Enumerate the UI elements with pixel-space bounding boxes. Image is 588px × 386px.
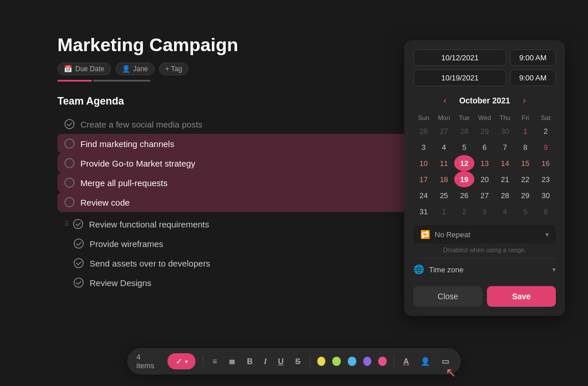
italic-button[interactable]: I [262,356,269,367]
check-icon [74,238,84,249]
calendar-day[interactable]: 16 [536,155,556,171]
calendar-day[interactable]: 31 [413,203,434,219]
toolbar-divider [203,356,203,367]
calendar-day[interactable]: 15 [515,155,535,171]
repeat-hint: Disabled when using a range. [413,246,556,253]
calendar-day[interactable]: 4 [434,139,454,155]
checkmark-icon: ✓ [176,357,183,366]
color-blue[interactable] [348,357,357,366]
strikethrough-button[interactable]: S [293,356,303,367]
calendar-day[interactable]: 1 [434,203,454,219]
list-indent-button[interactable]: ≡ [210,356,219,367]
color-purple[interactable] [363,357,372,366]
calendar-day[interactable]: 30 [536,187,556,203]
bottom-toolbar: 4 items ✓ ▾ ≡ ≣ B I U S A 👤 ▭ [127,348,461,375]
circle-icon [64,197,75,207]
calendar-day[interactable]: 21 [495,171,515,187]
calendar-week: 17 18 19 20 21 22 23 [413,171,556,187]
assignee-label: Jane [133,65,148,73]
calendar-day[interactable]: 2 [454,203,474,219]
tag-label: + Tag [165,65,182,73]
repeat-selector[interactable]: 🔁 No Repeat ▾ [413,225,556,244]
calendar-day[interactable]: 5 [454,139,474,155]
calendar-day[interactable]: 30 [495,123,515,139]
circle-icon [64,158,75,168]
start-time-input[interactable]: 9:00 AM [510,49,556,66]
calendar-day[interactable]: 26 [413,123,434,139]
check-icon [73,219,83,229]
calendar-day[interactable]: 29 [515,187,535,203]
calendar-day[interactable]: 3 [413,139,434,155]
color-green[interactable] [332,357,341,366]
calendar-day[interactable]: 26 [454,187,474,203]
toolbar-divider [310,356,310,367]
calendar-day[interactable]: 9 [536,139,556,155]
end-date-input[interactable]: 10/19/2021 [413,70,506,86]
calendar-day[interactable]: 1 [515,123,535,139]
task-label: Review functional requirements [89,219,209,229]
bold-button[interactable]: B [245,356,255,367]
list-outdent-button[interactable]: ≣ [226,356,238,367]
color-pink[interactable] [378,357,387,366]
calendar-day[interactable]: 28 [454,123,474,139]
check-icon [74,277,84,288]
task-type-button[interactable]: ✓ ▾ [168,353,196,369]
calendar-day[interactable]: 2 [536,123,556,139]
calendar-day[interactable]: 7 [495,139,515,155]
tag-chip[interactable]: + Tag [159,63,188,75]
globe-icon: 🌐 [413,264,424,275]
calendar-day[interactable]: 5 [515,203,535,219]
calendar-day[interactable]: 14 [495,155,515,171]
task-label: Find marketing channels [80,139,174,149]
save-button[interactable]: Save [487,286,556,307]
assignee-chip[interactable]: 👤 Jane [115,63,154,75]
assignee-icon: 👤 [122,65,130,73]
calendar-day[interactable]: 28 [495,187,515,203]
calendar-day[interactable]: 18 [434,171,454,187]
circle-icon [64,138,75,149]
chevron-down-icon: ▾ [552,266,556,273]
calendar-icon-button[interactable]: ▭ [439,356,451,367]
color-yellow[interactable] [317,357,326,366]
calendar-day-today[interactable]: 12 [454,155,474,171]
drag-handle-icon: ⠿ [64,220,69,228]
calendar-day[interactable]: 6 [536,203,556,219]
close-button[interactable]: Close [413,286,482,307]
svg-point-1 [74,219,83,229]
check-icon [74,258,84,268]
calendar-day[interactable]: 3 [474,203,494,219]
task-label: Review code [80,198,130,207]
calendar-day[interactable]: 6 [474,139,494,155]
calendar-day[interactable]: 20 [474,171,494,187]
user-icon-button[interactable]: 👤 [418,356,432,367]
calendar-day[interactable]: 13 [474,155,494,171]
calendar-day[interactable]: 8 [515,139,535,155]
month-year-label: October 2021 [459,96,510,105]
calendar-day[interactable]: 10 [413,155,434,171]
timezone-selector[interactable]: 🌐 Time zone ▾ [413,258,556,280]
due-date-chip[interactable]: 📅 Due Date [57,63,111,75]
calendar-day[interactable]: 23 [536,171,556,187]
underline-button[interactable]: U [276,356,286,367]
calendar-day[interactable]: 24 [413,187,434,203]
calendar-day[interactable]: 27 [434,123,454,139]
calendar-day-selected[interactable]: 19 [454,171,474,187]
start-date-input[interactable]: 10/12/2021 [413,49,506,66]
circle-icon [64,177,75,188]
calendar-day[interactable]: 17 [413,171,434,187]
day-header-sat: Sat [536,113,556,123]
next-month-button[interactable]: › [519,94,529,107]
calendar-day[interactable]: 4 [495,203,515,219]
calendar-day[interactable]: 25 [434,187,454,203]
calendar-day[interactable]: 27 [474,187,494,203]
task-label: Create a few social media posts [80,119,203,129]
day-header-wed: Wed [474,113,494,123]
prev-month-button[interactable]: ‹ [440,94,450,107]
calendar-day[interactable]: 22 [515,171,535,187]
end-time-input[interactable]: 9:00 AM [510,70,556,86]
calendar-header: ‹ October 2021 › [413,94,556,107]
text-color-button[interactable]: A [401,356,411,367]
action-buttons: Close Save [413,286,556,307]
calendar-day[interactable]: 11 [434,155,454,171]
calendar-day[interactable]: 29 [474,123,494,139]
